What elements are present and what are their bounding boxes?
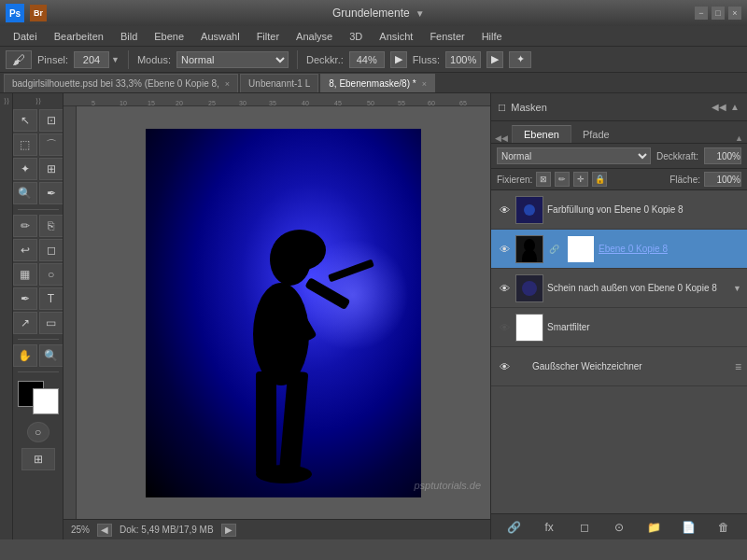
masks-panel: □ Masken ◀◀ ▲ — [491, 93, 747, 121]
magic-wand-tool[interactable]: ✦ — [13, 158, 37, 180]
layers-options: Normal Multiplizieren Negativ Multiplizi… — [491, 144, 747, 169]
layer-item[interactable]: 👁 Farbfüllung von Ebene 0 Kopie 8 — [491, 190, 747, 230]
layer-item[interactable]: 👁 Gaußscher Weichzeichner ≡ — [491, 347, 747, 386]
hand-tool[interactable]: ✋ — [13, 344, 37, 367]
healing-tool[interactable]: ✒ — [39, 182, 63, 204]
layer-visibility-icon[interactable]: 👁 — [497, 242, 512, 257]
delete-layer-btn[interactable]: 🗑 — [713, 518, 734, 537]
status-prev-btn[interactable]: ◀ — [97, 524, 112, 537]
panel-expand-icon[interactable]: ⟩⟩ — [4, 97, 9, 105]
menu-fenster[interactable]: Fenster — [422, 29, 472, 44]
svg-rect-8 — [328, 259, 374, 282]
menu-datei[interactable]: Datei — [6, 29, 45, 44]
masks-collapse-icon[interactable]: ◀◀ — [712, 102, 726, 112]
new-layer-btn[interactable]: 📄 — [679, 518, 699, 537]
menu-ebene[interactable]: Ebene — [147, 29, 191, 44]
fx-btn[interactable]: fx — [539, 518, 559, 537]
workspace-dropdown-icon[interactable]: ▼ — [416, 8, 425, 19]
minimize-button[interactable]: − — [695, 7, 708, 20]
brush-size-input[interactable] — [74, 51, 109, 68]
gradient-tool[interactable]: ▦ — [13, 263, 37, 286]
brush-tool-icon[interactable]: 🖌 — [6, 50, 32, 69]
fix-paint-btn[interactable]: ✏ — [555, 172, 570, 187]
toolbar-expand[interactable]: ⟩⟩ — [35, 97, 41, 105]
marquee-tool[interactable]: ⬚ — [13, 133, 37, 156]
quick-mask-btn[interactable]: ○ — [27, 422, 49, 442]
background-color[interactable] — [33, 388, 59, 414]
brush-size-arrow[interactable]: ▼ — [111, 55, 120, 64]
layer-visibility-icon[interactable]: 👁 — [497, 320, 512, 335]
tab-ebenen[interactable]: Ebenen — [512, 125, 571, 143]
fixieren-label: Fixieren: — [497, 175, 532, 185]
deckkraft-input[interactable] — [704, 147, 741, 164]
fluss-arrow[interactable]: ▶ — [486, 51, 503, 68]
tab-badgirl[interactable]: badgirlsilhouette.psd bei 33,3% (Ebene 0… — [4, 74, 238, 92]
menubar: Datei Bearbeiten Bild Ebene Auswahl Filt… — [0, 26, 747, 47]
crop-tool[interactable]: ⊞ — [39, 158, 63, 180]
ruler-tick: 30 — [239, 100, 247, 106]
tab-close-icon[interactable]: × — [225, 79, 230, 89]
lasso-tool[interactable]: ⌒ — [39, 133, 63, 156]
mask-btn[interactable]: ◻ — [574, 518, 595, 537]
tab-ebenenmaske[interactable]: 8, Ebenenmaske/8) * × — [320, 74, 435, 92]
fluss-input[interactable] — [445, 51, 481, 68]
close-button[interactable]: × — [728, 7, 741, 20]
menu-bild[interactable]: Bild — [113, 29, 145, 44]
ruler-tick: 60 — [428, 100, 435, 106]
zoom-tool[interactable]: 🔍 — [39, 344, 63, 367]
fill-layer-btn[interactable]: ⊙ — [609, 518, 629, 537]
brush-tool[interactable]: ✏ — [13, 215, 37, 237]
new-group-btn[interactable]: 📁 — [643, 518, 664, 537]
clone-tool[interactable]: ⎘ — [39, 215, 63, 237]
deckkraft-input[interactable] — [349, 51, 385, 68]
layer-visibility-icon[interactable]: 👁 — [497, 359, 512, 374]
pen-tool[interactable]: ✒ — [13, 287, 37, 310]
shape-tool[interactable]: ▭ — [39, 312, 63, 334]
eraser-tool[interactable]: ◻ — [39, 239, 63, 261]
svg-rect-7 — [304, 276, 350, 309]
layer-item-active[interactable]: 👁 🔗 Ebene 0 Kopie 8 — [491, 230, 747, 269]
tab-close-active-icon[interactable]: × — [422, 79, 427, 89]
menu-auswahl[interactable]: Auswahl — [193, 29, 247, 44]
screen-mode-btn[interactable]: ⊞ — [21, 448, 55, 470]
panel-menu-icon[interactable]: ▲ — [731, 133, 747, 143]
layer-visibility-icon[interactable]: 👁 — [497, 203, 512, 217]
layer-extra[interactable]: ▼ — [733, 284, 741, 293]
path-select-tool[interactable]: ↗ — [13, 312, 37, 334]
menu-hilfe[interactable]: Hilfe — [474, 29, 510, 44]
airbrush-btn[interactable]: ✦ — [509, 51, 531, 68]
blend-mode-select[interactable]: Normal Multiplizieren Negativ Multiplizi… — [497, 147, 651, 164]
status-next-btn[interactable]: ▶ — [221, 524, 236, 537]
link-layers-btn[interactable]: 🔗 — [504, 518, 525, 537]
masks-expand-icon[interactable]: ▲ — [730, 102, 740, 112]
layer-extra[interactable]: ≡ — [735, 360, 741, 373]
text-tool[interactable]: T — [39, 287, 63, 310]
menu-3d[interactable]: 3D — [342, 29, 370, 44]
panel-resize-icons[interactable]: ◀◀ — [491, 133, 512, 143]
maximize-button[interactable]: □ — [712, 7, 725, 20]
menu-bearbeiten[interactable]: Bearbeiten — [47, 29, 111, 44]
fix-transparency-btn[interactable]: ⊠ — [536, 172, 551, 187]
eyedropper-tool[interactable]: 🔍 — [13, 182, 37, 204]
tab-unbenannt[interactable]: Unbenannt-1 L — [240, 74, 318, 92]
dodge-tool[interactable]: ○ — [39, 263, 63, 286]
menu-analyse[interactable]: Analyse — [289, 29, 340, 44]
layer-item[interactable]: 👁 Smartfilter — [491, 308, 747, 347]
layer-item[interactable]: 👁 Schein nach außen von Ebene 0 Kopie 8 … — [491, 269, 747, 308]
modus-select[interactable]: Normal Auflösen Abdunkeln Multiplizieren — [176, 51, 289, 68]
menu-filter[interactable]: Filter — [249, 29, 287, 44]
fix-position-btn[interactable]: ✛ — [573, 172, 588, 187]
fix-all-btn[interactable]: 🔒 — [592, 172, 607, 187]
deckkraft-label: Deckkraft: — [656, 151, 698, 161]
workspace-selector[interactable]: Grundelemente — [332, 7, 410, 20]
svg-rect-2 — [279, 371, 309, 474]
ruler-tick: 20 — [176, 100, 183, 106]
deckkraft-arrow[interactable]: ▶ — [390, 51, 407, 68]
flaeche-input[interactable] — [704, 172, 741, 187]
artboard-tool[interactable]: ⊡ — [39, 109, 63, 132]
move-tool[interactable]: ↖ — [13, 109, 37, 132]
menu-ansicht[interactable]: Ansicht — [372, 29, 420, 44]
layer-visibility-icon[interactable]: 👁 — [497, 281, 512, 296]
tab-pfade[interactable]: Pfade — [571, 126, 621, 143]
history-tool[interactable]: ↩ — [13, 239, 37, 261]
